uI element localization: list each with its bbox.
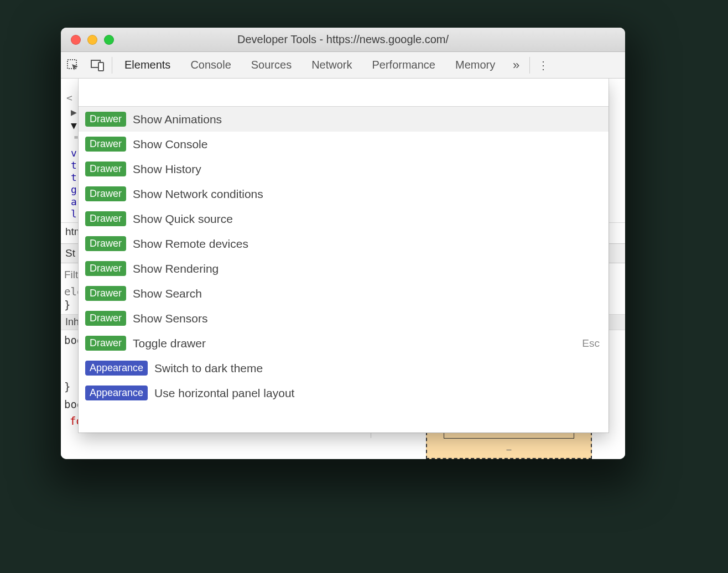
kebab-menu-icon[interactable]: ⋮	[532, 59, 554, 72]
command-menu-item-label: Toggle drawer	[133, 337, 206, 350]
command-menu-item-label: Show Remote devices	[133, 237, 248, 251]
command-menu-item-label: Show Rendering	[133, 262, 219, 275]
minimize-button[interactable]	[87, 35, 97, 45]
traffic-lights	[61, 35, 114, 45]
toolbar-separator	[529, 57, 530, 74]
command-menu-item[interactable]: DrawerToggle drawerEsc	[79, 331, 609, 356]
command-menu-item[interactable]: DrawerShow History	[79, 157, 609, 181]
command-menu-item[interactable]: DrawerShow Animations	[79, 107, 609, 132]
command-category-badge: Drawer	[85, 286, 126, 301]
svg-rect-2	[98, 62, 103, 71]
toolbar-separator	[112, 57, 112, 74]
command-menu-item-label: Show Sensors	[133, 312, 207, 325]
command-menu-input[interactable]	[84, 82, 603, 103]
command-category-badge: Drawer	[85, 137, 126, 152]
command-category-badge: Drawer	[85, 311, 126, 326]
workspace: < ▶ ▼ " v t t g a l html St Filt ele } I…	[61, 79, 625, 459]
tabs-overflow-icon[interactable]: »	[505, 58, 527, 72]
command-category-badge: Appearance	[85, 386, 148, 400]
command-menu-input-wrap	[79, 79, 609, 107]
command-category-badge: Drawer	[85, 261, 126, 276]
command-category-badge: Drawer	[85, 112, 126, 127]
command-menu-item-label: Show History	[133, 163, 201, 176]
brace: }	[61, 298, 74, 312]
command-category-badge: Drawer	[85, 211, 126, 226]
command-category-badge: Drawer	[85, 336, 126, 351]
command-menu-item[interactable]: DrawerShow Rendering	[79, 256, 609, 281]
tab-sources[interactable]: Sources	[241, 59, 301, 71]
close-button[interactable]	[71, 35, 81, 45]
command-category-badge: Drawer	[85, 236, 126, 251]
command-category-badge: Drawer	[85, 162, 126, 176]
command-menu-item[interactable]: DrawerShow Quick source	[79, 206, 609, 231]
command-menu-item[interactable]: AppearanceSwitch to dark theme	[79, 356, 609, 381]
dom-tag-fragment: <	[66, 92, 72, 103]
devtools-window: Developer Tools - https://news.google.co…	[61, 28, 625, 459]
command-category-badge: Appearance	[85, 361, 148, 376]
inspect-element-icon[interactable]	[61, 52, 85, 79]
command-menu-item[interactable]: DrawerShow Remote devices	[79, 231, 609, 256]
keyboard-shortcut: Esc	[582, 337, 600, 350]
command-menu-item[interactable]: AppearanceUse horizontal panel layout	[79, 381, 609, 405]
tab-network[interactable]: Network	[301, 59, 362, 71]
tab-performance[interactable]: Performance	[362, 59, 446, 71]
brace: }	[61, 379, 74, 394]
maximize-button[interactable]	[104, 35, 114, 45]
command-menu-item[interactable]: DrawerShow Console	[79, 132, 609, 157]
command-menu-item-label: Use horizontal panel layout	[154, 387, 294, 400]
command-menu-item[interactable]: DrawerShow Sensors	[79, 306, 609, 331]
tab-elements[interactable]: Elements	[115, 59, 180, 71]
command-menu-item-label: Switch to dark theme	[154, 362, 263, 375]
command-category-badge: Drawer	[85, 186, 126, 201]
command-menu-list: DrawerShow AnimationsDrawerShow ConsoleD…	[79, 107, 609, 433]
command-menu-item-label: Show Network conditions	[133, 187, 263, 201]
window-title: Developer Tools - https://news.google.co…	[61, 33, 625, 46]
command-menu-item-label: Show Quick source	[133, 212, 233, 226]
tab-memory[interactable]: Memory	[445, 59, 505, 71]
command-menu-item[interactable]: DrawerShow Network conditions	[79, 181, 609, 206]
titlebar: Developer Tools - https://news.google.co…	[61, 28, 625, 52]
command-menu-item-label: Show Search	[133, 287, 202, 300]
command-menu-item-label: Show Console	[133, 138, 207, 151]
command-menu-item-label: Show Animations	[133, 113, 222, 126]
device-toggle-icon[interactable]	[85, 52, 110, 79]
devtools-toolbar: Elements Console Sources Network Perform…	[61, 52, 625, 79]
command-menu-item[interactable]: DrawerShow Search	[79, 281, 609, 306]
tab-console[interactable]: Console	[180, 59, 241, 71]
box-model-value: –	[507, 445, 512, 455]
command-menu: DrawerShow AnimationsDrawerShow ConsoleD…	[79, 79, 609, 433]
